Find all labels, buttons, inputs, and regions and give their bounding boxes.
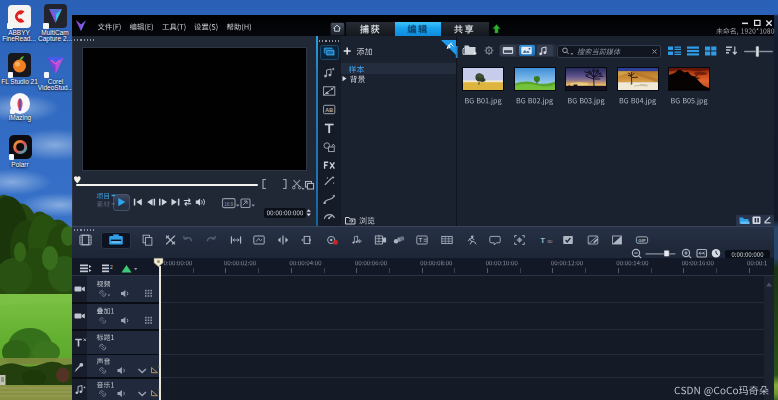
svg-text:2: 2 [110, 264, 113, 270]
svg-text:GIF: GIF [638, 238, 646, 243]
svg-text:AB: AB [325, 107, 333, 113]
svg-text:16:9: 16:9 [224, 202, 233, 207]
svg-text:3D: 3D [547, 239, 552, 244]
svg-text:T: T [419, 237, 423, 243]
svg-text:T: T [541, 236, 546, 245]
